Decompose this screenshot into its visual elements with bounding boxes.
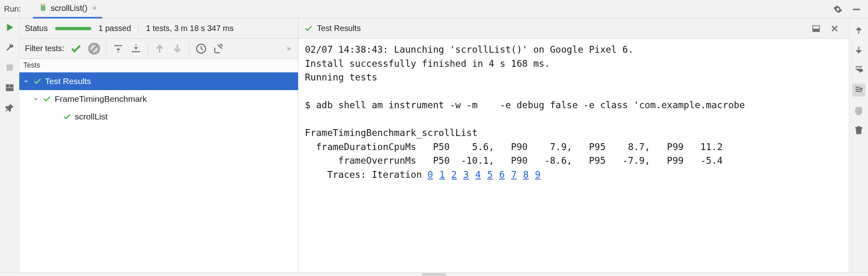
show-passed-icon[interactable] [70, 43, 82, 55]
up-arrow-icon[interactable] [854, 26, 864, 35]
pin-icon[interactable] [5, 103, 14, 113]
tests-tree[interactable]: Test Results FrameTimingBenchmark scroll… [19, 72, 298, 272]
run-icon[interactable] [5, 23, 14, 32]
trace-link[interactable]: 0 [428, 169, 433, 180]
console-line: FrameTimingBenchmark_scrollList [305, 128, 477, 138]
trace-link[interactable]: 9 [535, 169, 541, 180]
tree-suite-label: FrameTimingBenchmark [55, 94, 147, 104]
minimize-icon[interactable] [852, 5, 861, 14]
right-action-gutter [849, 19, 868, 272]
trace-links-container: 0 1 2 3 4 5 6 7 8 9 [428, 169, 541, 180]
svg-rect-6 [6, 88, 13, 91]
tree-test-scrolllist[interactable]: scrollList [19, 108, 298, 126]
left-action-gutter [0, 19, 19, 272]
tests-panel: Status 1 passed 1 tests, 3 m 18 s 347 ms… [19, 19, 298, 272]
status-passed: 1 passed [99, 24, 131, 33]
trace-link[interactable]: 6 [499, 169, 505, 180]
check-icon [63, 112, 72, 121]
next-icon[interactable] [171, 43, 183, 55]
console-output[interactable]: 02/07 14:38:43: Launching 'scrollList()'… [298, 39, 849, 272]
trace-link[interactable]: 4 [475, 169, 481, 180]
trace-link[interactable]: 5 [487, 169, 493, 180]
tab-name: scrollList() [51, 4, 87, 13]
run-tab-bar: Run: scrollList() × [0, 0, 868, 19]
status-progress-bar [55, 27, 91, 30]
overflow-icon[interactable]: » [287, 44, 292, 53]
svg-point-0 [41, 4, 43, 5]
scroll-to-end-icon[interactable] [852, 84, 865, 97]
svg-rect-2 [853, 9, 860, 10]
output-header-title: Test Results [317, 24, 361, 33]
gear-icon[interactable] [833, 5, 842, 14]
trace-link[interactable]: 7 [511, 169, 517, 180]
android-run-icon [39, 3, 47, 14]
layout-toggle-icon[interactable] [812, 24, 821, 33]
trace-link[interactable]: 1 [439, 169, 445, 180]
trace-link[interactable]: 2 [451, 169, 457, 180]
tree-root-label: Test Results [45, 76, 91, 86]
svg-rect-10 [813, 29, 820, 31]
previous-icon[interactable] [154, 43, 166, 55]
check-icon [33, 77, 42, 86]
chevron-down-icon [23, 78, 30, 84]
console-line: Install successfully finished in 4 s 168… [305, 58, 550, 69]
trash-icon[interactable] [854, 126, 864, 135]
console-line: frameOverrunMs P50 -10.1, P90 -8.6, P95 … [305, 155, 723, 166]
console-line: $ adb shell am instrument -w -m -e debug… [305, 100, 745, 110]
import-icon[interactable] [213, 43, 225, 55]
soft-wrap-icon[interactable] [854, 64, 864, 74]
output-header: Test Results [298, 19, 849, 39]
chevron-down-icon [33, 96, 39, 102]
status-label: Status [25, 24, 48, 33]
filter-label: Filter tests: [25, 44, 64, 53]
traces-label: Traces: Iteration [305, 169, 428, 180]
status-bar: Status 1 passed 1 tests, 3 m 18 s 347 ms [19, 19, 298, 39]
down-arrow-icon[interactable] [854, 45, 864, 55]
console-line: Running tests [305, 72, 377, 82]
svg-rect-3 [7, 65, 12, 70]
check-icon [43, 95, 51, 103]
tree-suite-frametimingbenchmark[interactable]: FrameTimingBenchmark [19, 90, 298, 108]
svg-rect-15 [858, 126, 860, 127]
close-panel-icon[interactable] [830, 24, 839, 33]
console-line: frameDurationCpuMs P50 5.6, P90 7.9, P95… [305, 142, 723, 152]
tab-scrolllist[interactable]: scrollList() × [33, 0, 102, 19]
layout-icon[interactable] [5, 83, 14, 93]
svg-rect-5 [10, 84, 13, 87]
svg-point-1 [44, 4, 45, 5]
filter-toolbar: Filter tests: [19, 39, 298, 59]
expand-all-icon[interactable] [112, 43, 124, 55]
history-icon[interactable] [195, 43, 207, 55]
resize-handle-icon[interactable] [422, 273, 446, 276]
show-ignored-icon[interactable] [88, 42, 101, 55]
tests-column-header: Tests [19, 59, 298, 72]
svg-rect-13 [857, 112, 861, 115]
print-icon[interactable] [854, 106, 864, 116]
bottom-resize-bar[interactable] [0, 272, 868, 276]
stop-icon[interactable] [5, 63, 14, 72]
status-summary: 1 tests, 3 m 18 s 347 ms [146, 24, 234, 33]
output-panel: Test Results 02/07 14:38:43: Launching '… [298, 19, 849, 272]
tree-test-label: scrollList [75, 112, 108, 122]
wrench-icon[interactable] [5, 43, 14, 52]
svg-rect-4 [6, 84, 9, 87]
main-area: Status 1 passed 1 tests, 3 m 18 s 347 ms… [0, 19, 868, 272]
check-icon [304, 24, 313, 33]
tree-root-test-results[interactable]: Test Results [19, 72, 298, 90]
trace-link[interactable]: 3 [463, 169, 469, 180]
collapse-all-icon[interactable] [130, 43, 142, 55]
close-icon[interactable]: × [92, 4, 97, 12]
console-line: 02/07 14:38:43: Launching 'scrollList()'… [305, 44, 634, 55]
run-label: Run: [4, 4, 21, 14]
trace-link[interactable]: 8 [523, 169, 529, 180]
